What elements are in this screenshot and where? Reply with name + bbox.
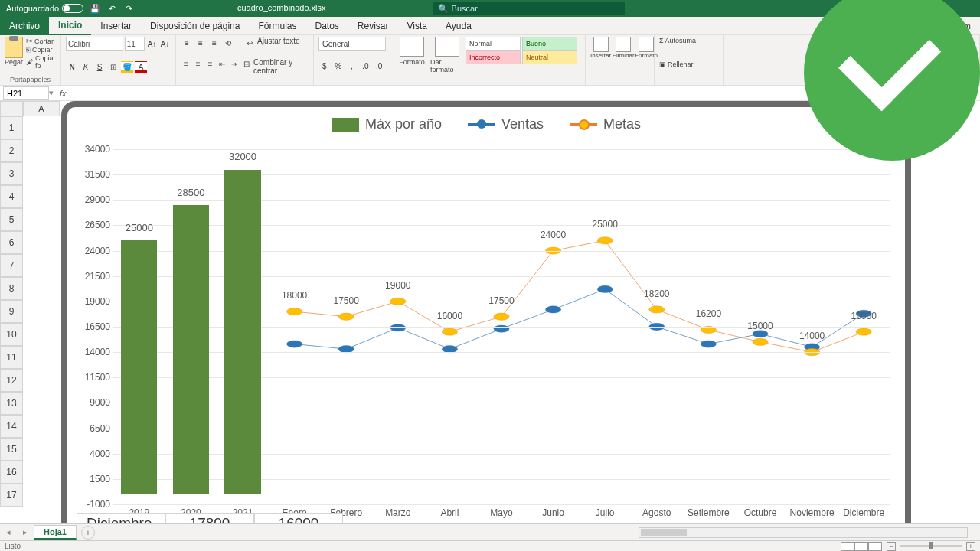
fill-color-button[interactable]: 🪣 <box>121 61 133 73</box>
font-color-button[interactable]: A <box>135 61 147 73</box>
add-sheet-button[interactable]: + <box>81 526 95 540</box>
row-header[interactable]: 5 <box>0 208 23 231</box>
dropdown-icon[interactable]: ▾ <box>49 88 54 98</box>
tab-insertar[interactable]: Insertar <box>91 17 141 35</box>
row-header[interactable]: 11 <box>0 346 23 369</box>
data-point[interactable] <box>597 237 612 244</box>
fill-button[interactable]: ▣Rellenar <box>659 60 718 68</box>
align-right-button[interactable]: ≡ <box>205 58 216 70</box>
zoom-out-button[interactable]: − <box>887 542 896 551</box>
close-icon[interactable] <box>963 3 974 14</box>
align-middle-button[interactable]: ≡ <box>194 37 207 49</box>
sheet-nav-prev[interactable]: ◂ <box>0 527 17 537</box>
row-header[interactable]: 4 <box>0 185 23 208</box>
tab-ayuda[interactable]: Ayuda <box>436 17 481 35</box>
increase-decimal-button[interactable]: .0 <box>359 60 371 73</box>
align-center-button[interactable]: ≡ <box>193 58 204 70</box>
data-point[interactable] <box>856 328 871 335</box>
data-point[interactable] <box>286 341 302 347</box>
row-header[interactable]: 2 <box>0 139 23 162</box>
tab-datos[interactable]: Datos <box>305 17 348 35</box>
data-point[interactable] <box>390 324 406 331</box>
tab-archivo[interactable]: Archivo <box>0 17 49 35</box>
tab-revisar[interactable]: Revisar <box>348 17 398 35</box>
tab-formulas[interactable]: Fórmulas <box>249 17 305 35</box>
indent-right-button[interactable]: ⇥ <box>229 58 240 70</box>
style-neutral[interactable]: Neutral <box>522 51 577 64</box>
delete-cells-button[interactable]: Eliminar <box>612 37 634 59</box>
data-point[interactable] <box>597 285 612 292</box>
bar[interactable] <box>173 205 209 494</box>
merge-button[interactable]: ⊟ <box>241 58 252 70</box>
border-button[interactable]: ⊞ <box>107 61 119 73</box>
tab-vista[interactable]: Vista <box>398 17 436 35</box>
select-all-corner[interactable] <box>0 101 23 116</box>
sheet-nav-next[interactable]: ▸ <box>17 527 34 537</box>
data-point[interactable] <box>701 341 716 347</box>
italic-button[interactable]: K <box>80 61 92 73</box>
series-line[interactable] <box>295 289 864 349</box>
row-header[interactable]: 6 <box>0 231 23 254</box>
row-header[interactable]: 9 <box>0 300 23 323</box>
data-point[interactable] <box>649 306 665 313</box>
align-left-button[interactable]: ≡ <box>181 58 191 70</box>
name-box[interactable]: H21 <box>3 86 49 100</box>
row-header[interactable]: 13 <box>0 392 23 415</box>
comma-button[interactable]: , <box>346 60 358 73</box>
data-point[interactable] <box>442 328 457 335</box>
insert-cells-button[interactable]: Insertar <box>590 37 611 59</box>
bold-button[interactable]: N <box>66 61 78 73</box>
copy-button[interactable]: ⎘Copiar <box>26 46 56 54</box>
data-point[interactable] <box>494 313 509 320</box>
row-header[interactable]: 7 <box>0 254 23 277</box>
zoom-in-button[interactable]: + <box>966 542 975 551</box>
autosum-button[interactable]: ΣAutosuma <box>659 37 718 44</box>
indent-left-button[interactable]: ⇤ <box>217 58 228 70</box>
horizontal-scrollbar[interactable] <box>639 527 968 538</box>
orientation-button[interactable]: ⟲ <box>222 37 234 49</box>
row-header[interactable]: 14 <box>0 415 23 438</box>
data-point[interactable] <box>753 338 768 345</box>
wrap-text-button[interactable]: ↩ <box>243 37 256 49</box>
align-bottom-button[interactable]: ≡ <box>208 37 220 49</box>
bar[interactable] <box>121 240 157 494</box>
save-icon[interactable]: 💾 <box>90 3 100 14</box>
data-point[interactable] <box>338 313 354 320</box>
zoom-slider[interactable] <box>900 545 962 547</box>
fx-icon[interactable]: fx <box>60 89 67 98</box>
sheet-tab-hoja1[interactable]: Hoja1 <box>34 525 77 540</box>
number-format-select[interactable]: General <box>318 37 386 51</box>
row-header[interactable]: 1 <box>0 116 23 139</box>
style-bueno[interactable]: Bueno <box>522 37 577 51</box>
tab-disposicion[interactable]: Disposición de página <box>141 17 249 35</box>
row-header[interactable]: 10 <box>0 323 23 346</box>
percent-button[interactable]: % <box>332 60 345 73</box>
autosave-toggle[interactable]: Autoguardado <box>6 4 83 13</box>
chart-legend[interactable]: Máx por año Ventas Metas <box>67 116 905 132</box>
row-header[interactable]: 16 <box>0 461 23 484</box>
format-cells-button[interactable]: Formato <box>635 37 657 59</box>
data-point[interactable] <box>286 308 302 315</box>
format-painter-button[interactable]: 🖌Copiar fo <box>26 54 56 70</box>
currency-button[interactable]: $ <box>318 60 331 73</box>
search-box[interactable]: 🔍 Buscar <box>433 2 625 15</box>
undo-icon[interactable]: ↶ <box>106 3 117 14</box>
row-header[interactable]: 8 <box>0 277 23 300</box>
view-break-button[interactable] <box>868 542 882 551</box>
decrease-font-button[interactable]: A↓ <box>159 37 171 50</box>
row-header[interactable]: 3 <box>0 162 23 185</box>
bar[interactable] <box>224 170 260 494</box>
conditional-format-button[interactable]: Formato <box>395 37 429 73</box>
redo-icon[interactable]: ↷ <box>123 3 134 14</box>
tab-inicio[interactable]: Inicio <box>49 17 91 35</box>
view-normal-button[interactable] <box>841 542 854 551</box>
underline-button[interactable]: S <box>93 61 106 73</box>
view-layout-button[interactable] <box>854 542 868 551</box>
row-header[interactable]: 12 <box>0 369 23 392</box>
paste-button[interactable]: Pegar <box>5 37 23 70</box>
increase-font-button[interactable]: A↑ <box>146 37 158 50</box>
chart-object[interactable]: Máx por año Ventas Metas -10001500400065… <box>61 101 911 541</box>
style-incorrecto[interactable]: Incorrecto <box>466 51 521 64</box>
font-name-select[interactable]: Calibri <box>66 37 123 51</box>
row-header[interactable]: 17 <box>0 484 23 507</box>
